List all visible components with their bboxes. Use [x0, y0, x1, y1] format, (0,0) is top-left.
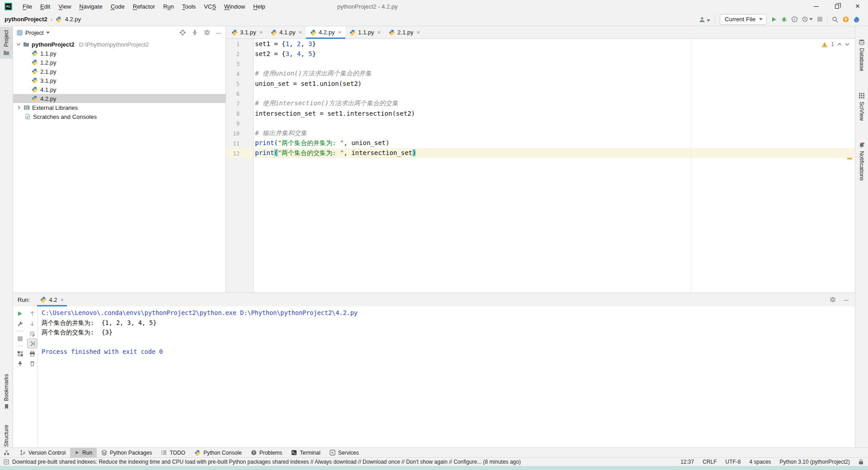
profiler-button[interactable]	[802, 16, 813, 22]
tree-file-4.2.py[interactable]: 4.2.py	[13, 94, 226, 103]
toolwindow-services[interactable]: Services	[325, 448, 363, 458]
breadcrumb-project[interactable]: pythonProject2	[5, 16, 47, 23]
tree-file-2.1.py[interactable]: 2.1.py	[13, 67, 226, 76]
code-line-4[interactable]: 4# 使用union()方法求出两个集合的并集	[226, 69, 855, 79]
code-line-9[interactable]: 9	[226, 118, 855, 128]
close-button[interactable]: ×	[847, 0, 868, 13]
toolwindow-todo[interactable]: TODO	[156, 448, 189, 458]
toolwindow-python-console[interactable]: Python Console	[190, 448, 246, 458]
code-line-2[interactable]: 2set2 = {3, 4, 5}	[226, 49, 855, 59]
close-icon[interactable]: ×	[259, 29, 263, 36]
rerun-button[interactable]	[15, 309, 25, 319]
gear-icon[interactable]	[204, 29, 210, 36]
editor-tab-3.1.py[interactable]: 3.1.py×	[227, 26, 267, 38]
code-line-8[interactable]: 8intersection_set = set1.intersection(se…	[226, 108, 855, 118]
pin-tab-button[interactable]	[15, 358, 25, 368]
ide-update-button[interactable]	[843, 16, 849, 23]
close-icon[interactable]: ×	[298, 29, 302, 36]
console-output[interactable]: C:\Users\Lenovo\.conda\envs\pythonProjec…	[38, 306, 855, 447]
expand-collapse-button[interactable]	[192, 29, 198, 36]
hide-panel-button[interactable]: —	[216, 30, 221, 35]
close-icon[interactable]: ×	[416, 29, 420, 36]
minimize-button[interactable]	[806, 0, 826, 13]
tree-node-external-libraries[interactable]: External Libraries	[13, 103, 226, 112]
editor-tab-4.2.py[interactable]: 4.2.py×	[306, 26, 345, 38]
code-line-1[interactable]: 1set1 = {1, 2, 3}	[226, 39, 855, 49]
toolwindow-problems[interactable]: Problems	[246, 448, 287, 458]
clear-all-button[interactable]	[27, 358, 37, 368]
next-problem-icon[interactable]	[845, 43, 849, 46]
event-log-icon[interactable]	[4, 459, 9, 465]
menu-code[interactable]: Code	[107, 1, 129, 12]
menu-tools[interactable]: Tools	[178, 1, 200, 12]
status-message[interactable]: Download pre-built shared indexes: Reduc…	[12, 459, 521, 465]
editor-body[interactable]: 1set1 = {1, 2, 3}2set2 = {3, 4, 5}34# 使用…	[226, 39, 855, 292]
run-tab[interactable]: 4.2 ×	[37, 293, 67, 306]
menu-vcs[interactable]: VCS	[200, 1, 220, 12]
select-opened-file-button[interactable]	[179, 29, 186, 36]
tree-node-scratches-and-consoles[interactable]: Scratches and Consoles	[13, 112, 226, 121]
status-interpreter[interactable]: Python 3.10 (pythonProject2)	[780, 459, 850, 465]
status-indent[interactable]: 4 spaces	[750, 459, 771, 465]
debug-button[interactable]	[781, 16, 787, 22]
menu-help[interactable]: Help	[249, 1, 269, 12]
close-icon[interactable]: ×	[377, 29, 381, 36]
toolwindow-run[interactable]: Run	[70, 448, 97, 458]
run-settings-button[interactable]	[15, 319, 25, 329]
close-icon[interactable]: ×	[338, 29, 341, 36]
run-configuration-select[interactable]: Current File	[720, 14, 767, 25]
restore-layout-button[interactable]	[15, 348, 25, 358]
prev-problem-icon[interactable]	[837, 43, 842, 46]
print-button[interactable]	[27, 348, 37, 358]
user-account-button[interactable]	[699, 15, 710, 24]
menu-window[interactable]: Window	[220, 1, 249, 12]
stripe-item-bookmarks[interactable]: Bookmarks	[0, 370, 13, 414]
menu-file[interactable]: File	[19, 1, 36, 12]
run-button[interactable]	[771, 17, 777, 22]
tree-file-4.1.py[interactable]: 4.1.py	[13, 85, 226, 94]
editor-tab-1.1.py[interactable]: 1.1.py×	[345, 26, 385, 38]
run-with-coverage-button[interactable]	[792, 16, 797, 22]
gear-icon[interactable]	[830, 296, 836, 303]
code-line-10[interactable]: 10# 输出并集和交集	[226, 128, 855, 138]
code-line-3[interactable]: 3	[226, 59, 855, 69]
code-line-12[interactable]: 12print("两个集合的交集为: ", intersection_set)	[226, 148, 855, 158]
stop-button[interactable]	[817, 17, 822, 22]
down-stack-trace-button[interactable]	[27, 319, 37, 329]
code-line-5[interactable]: 5union_set = set1.union(set2)	[226, 79, 855, 89]
restore-button[interactable]	[826, 0, 847, 13]
stripe-item-database[interactable]: Database	[855, 30, 868, 80]
status-encoding[interactable]: UTF-8	[726, 459, 741, 465]
soft-wrap-button[interactable]	[27, 329, 37, 338]
status-time[interactable]: 12:37	[680, 459, 694, 465]
editor-tab-2.1.py[interactable]: 2.1.py×	[385, 26, 424, 38]
chevron-down-icon[interactable]	[46, 32, 50, 34]
tree-file-1.2.py[interactable]: 1.2.py	[13, 58, 226, 67]
inspection-widget[interactable]: 1	[821, 41, 849, 47]
stop-process-button[interactable]	[15, 334, 25, 343]
stripe-item-notifications[interactable]: Notifications	[855, 129, 868, 193]
tree-root[interactable]: pythonProject2D:\Phython\pythonProject2	[13, 40, 226, 49]
menu-navigate[interactable]: Navigate	[75, 1, 106, 12]
menu-edit[interactable]: Edit	[36, 1, 54, 12]
toolwindow-version-control[interactable]: Version Control	[15, 448, 70, 458]
hide-panel-button[interactable]: —	[844, 297, 849, 302]
code-line-7[interactable]: 7# 使用intersection()方法求出两个集合的交集	[226, 99, 855, 108]
scroll-to-end-button[interactable]	[27, 338, 37, 348]
tree-file-3.1.py[interactable]: 3.1.py	[13, 76, 226, 85]
warning-stripe-mark[interactable]	[847, 158, 852, 160]
close-icon[interactable]: ×	[61, 296, 64, 303]
menu-view[interactable]: View	[54, 1, 75, 12]
search-everywhere-button[interactable]	[832, 16, 838, 23]
stripe-item-sciview[interactable]: SciView	[855, 86, 868, 127]
menu-refactor[interactable]: Refactor	[129, 1, 159, 12]
tree-file-1.1.py[interactable]: 1.1.py	[13, 49, 226, 58]
menu-run[interactable]: Run	[159, 1, 178, 12]
up-stack-trace-button[interactable]	[27, 309, 37, 319]
breadcrumb-file[interactable]: 4.2.py	[65, 16, 81, 23]
project-view-selector[interactable]: Project	[25, 29, 43, 36]
status-line-ending[interactable]: CRLF	[703, 459, 717, 465]
stripe-item-structure[interactable]: Structure	[0, 421, 13, 459]
toolwindow-python-packages[interactable]: Python Packages	[97, 448, 156, 458]
stripe-item-project[interactable]: Project	[0, 27, 13, 59]
